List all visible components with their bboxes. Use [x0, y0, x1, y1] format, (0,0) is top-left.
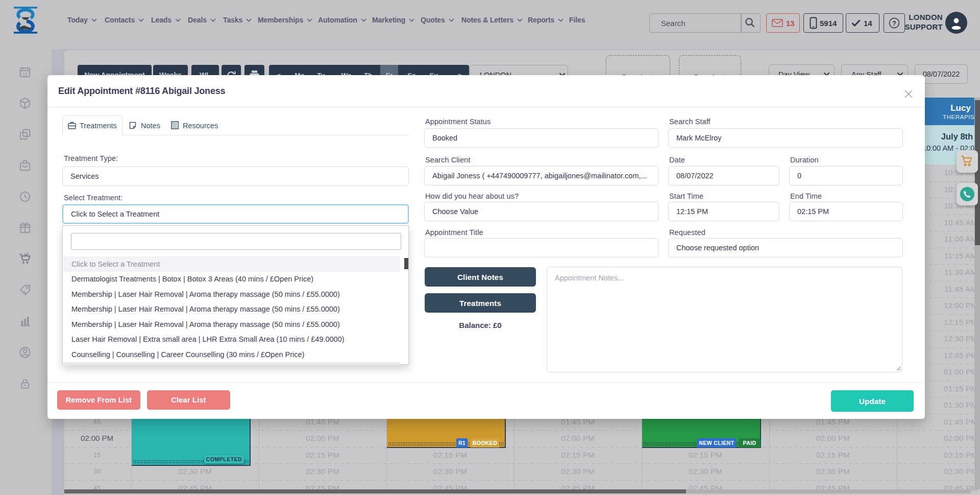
svg-text:12: 12 — [22, 72, 28, 77]
